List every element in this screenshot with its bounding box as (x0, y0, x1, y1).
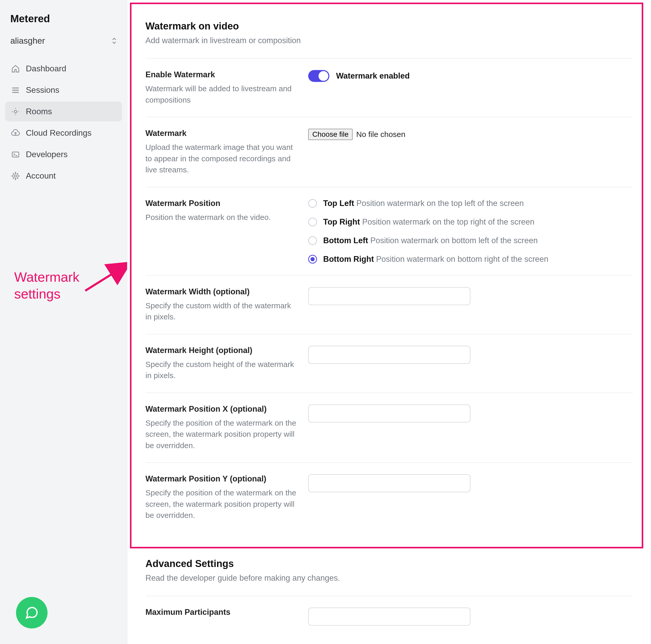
radio-top-right[interactable]: Top Right Position watermark on the top … (308, 217, 633, 227)
field-desc: Specify the custom width of the watermar… (146, 300, 298, 323)
sidebar-item-label: Account (26, 171, 56, 181)
row-enable-watermark: Enable Watermark Watermark will be added… (146, 59, 633, 117)
help-fab[interactable] (16, 597, 48, 628)
position-radio-group: Top Left Position watermark on the top l… (308, 199, 633, 264)
section-title: Advanced Settings (146, 558, 633, 569)
field-desc: Upload the watermark image that you want… (146, 142, 298, 176)
radio-icon (308, 199, 317, 208)
sidebar-item-rooms[interactable]: Rooms (5, 101, 122, 121)
file-status: No file chosen (356, 130, 405, 139)
choose-file-button[interactable]: Choose file (308, 129, 352, 140)
toggle-knob (318, 71, 328, 81)
watermark-width-input[interactable] (308, 287, 470, 305)
svg-point-5 (14, 175, 17, 177)
row-watermark-pos-y: Watermark Position Y (optional) Specify … (146, 463, 633, 532)
section-title: Watermark on video (146, 21, 633, 32)
field-desc: Specify the custom height of the waterma… (146, 359, 298, 381)
field-label: Watermark Position X (optional) (146, 404, 298, 414)
section-subtitle: Add watermark in livestream or compositi… (146, 36, 633, 45)
cloud-icon (11, 128, 20, 138)
sidebar-item-account[interactable]: Account (5, 166, 122, 186)
row-watermark-pos-x: Watermark Position X (optional) Specify … (146, 393, 633, 463)
radio-bottom-right[interactable]: Bottom Right Position watermark on botto… (308, 254, 633, 264)
radio-icon (308, 236, 317, 245)
sidebar-item-label: Rooms (26, 107, 52, 116)
nav: Dashboard Sessions Rooms Cloud Recording… (5, 59, 122, 186)
field-desc: Specify the position of the watermark on… (146, 417, 298, 451)
watermark-pos-y-input[interactable] (308, 474, 470, 492)
list-icon (11, 86, 20, 95)
field-label: Watermark Width (optional) (146, 287, 298, 297)
svg-line-6 (85, 265, 127, 291)
workspace-name: aliasgher (10, 36, 45, 46)
row-watermark-width: Watermark Width (optional) Specify the c… (146, 276, 633, 334)
toggle-status-label: Watermark enabled (336, 71, 410, 81)
terminal-icon (11, 150, 20, 159)
content: Watermark on video Add watermark in live… (127, 0, 651, 644)
enable-watermark-toggle[interactable] (308, 70, 330, 82)
radio-icon (308, 255, 317, 264)
field-label: Watermark Position Y (optional) (146, 474, 298, 484)
radio-icon (308, 218, 317, 226)
svg-point-3 (14, 110, 17, 113)
updown-icon (112, 37, 117, 44)
field-desc: Specify the position of the watermark on… (146, 487, 298, 521)
home-icon (11, 64, 20, 73)
sidebar-item-label: Cloud Recordings (26, 128, 91, 138)
field-label: Maximum Participants (146, 608, 298, 617)
sidebar-item-label: Dashboard (26, 64, 66, 73)
field-label: Watermark Position (146, 199, 298, 208)
field-label: Watermark (146, 129, 298, 138)
radio-bottom-left[interactable]: Bottom Left Position watermark on bottom… (308, 236, 633, 245)
watermark-section: Watermark on video Add watermark in live… (127, 0, 651, 532)
workspace-selector[interactable]: aliasgher (5, 32, 122, 56)
field-desc: Position the watermark on the video. (146, 212, 298, 223)
gear-icon (11, 171, 20, 181)
annotation-arrow-icon (80, 260, 132, 296)
max-participants-input[interactable] (308, 608, 470, 626)
sidebar-item-label: Sessions (26, 85, 59, 95)
watermark-pos-x-input[interactable] (308, 404, 470, 423)
row-watermark-height: Watermark Height (optional) Specify the … (146, 334, 633, 393)
field-desc: Watermark will be added to livestream an… (146, 83, 298, 105)
rooms-icon (11, 107, 20, 116)
sidebar: Metered aliasgher Dashboard Sessions (0, 0, 127, 644)
sidebar-item-dashboard[interactable]: Dashboard (5, 59, 122, 79)
row-watermark-upload: Watermark Upload the watermark image tha… (146, 117, 633, 187)
field-label: Watermark Height (optional) (146, 346, 298, 355)
field-label: Enable Watermark (146, 70, 298, 79)
chat-icon (25, 606, 39, 620)
sidebar-item-label: Developers (26, 150, 68, 159)
row-watermark-position: Watermark Position Position the watermar… (146, 187, 633, 276)
radio-top-left[interactable]: Top Left Position watermark on the top l… (308, 199, 633, 208)
brand-logo: Metered (5, 10, 122, 32)
row-max-participants: Maximum Participants (146, 596, 633, 637)
sidebar-item-cloud-recordings[interactable]: Cloud Recordings (5, 123, 122, 143)
sidebar-item-developers[interactable]: Developers (5, 145, 122, 164)
advanced-section: Advanced Settings Read the developer gui… (127, 532, 651, 637)
sidebar-item-sessions[interactable]: Sessions (5, 80, 122, 100)
svg-rect-4 (12, 152, 19, 157)
watermark-height-input[interactable] (308, 346, 470, 364)
section-subtitle: Read the developer guide before making a… (146, 574, 633, 583)
